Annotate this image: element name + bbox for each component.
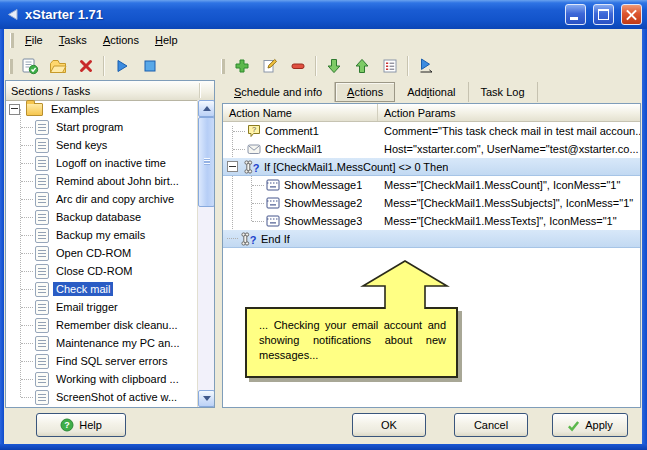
tree-item[interactable]: Find SQL server errors (6, 352, 197, 370)
table-header: Action Name Action Params (223, 104, 640, 122)
tree-item-check-mail-selected[interactable]: Check mail (6, 280, 197, 298)
table-row-showmessage1[interactable]: ShowMessage1 Mess="[CheckMail1.MessCount… (223, 176, 640, 194)
tree-item[interactable]: ScreenShot of active w... (6, 388, 197, 406)
new-task-button[interactable] (16, 53, 44, 79)
table-row-showmessage2[interactable]: ShowMessage2 Mess="[CheckMail1.MessSubje… (223, 194, 640, 212)
tree-item[interactable]: Remember disk cleanu... (6, 316, 197, 334)
tree-header-label: Sections / Tasks (11, 85, 90, 97)
tree-item[interactable]: Send keys (6, 136, 197, 154)
scroll-down-icon[interactable] (198, 390, 214, 407)
window-title: xStarter 1.71 (25, 7, 558, 22)
message-window-icon (266, 196, 280, 210)
menu-tasks[interactable]: Tasks (51, 31, 95, 49)
menu-file[interactable]: File (17, 31, 51, 49)
title-bar: xStarter 1.71 (0, 0, 647, 29)
arrow-up-icon (354, 58, 370, 74)
scrollbar-thumb[interactable] (198, 117, 214, 207)
task-icon (35, 318, 49, 333)
tree-item[interactable]: Close CD-ROM (6, 262, 197, 280)
tree-item[interactable]: Backup my emails (6, 226, 197, 244)
toolbar-gripper (9, 59, 13, 74)
tree-header: Sections / Tasks (6, 81, 214, 101)
play-arrow-icon (417, 58, 435, 74)
tree-item[interactable]: Logoff on inactive time (6, 154, 197, 172)
task-icon (35, 174, 49, 189)
collapse-icon[interactable] (9, 104, 20, 115)
tree-item[interactable]: Open CD-ROM (6, 244, 197, 262)
minimize-button[interactable] (565, 4, 586, 25)
window-border (642, 29, 647, 450)
add-action-button[interactable] (228, 53, 256, 79)
collapse-icon[interactable] (227, 161, 238, 172)
play-icon (114, 58, 130, 74)
ok-button[interactable]: OK (352, 413, 426, 437)
table-row-if-condition[interactable]: ? If [CheckMail1.MessCount] <> 0 Then (223, 158, 640, 176)
run-task-button[interactable] (108, 53, 136, 79)
column-action-params[interactable]: Action Params (378, 104, 640, 121)
maximize-button[interactable] (593, 4, 614, 25)
actions-list-button[interactable] (376, 53, 404, 79)
task-icon (35, 354, 49, 369)
help-button[interactable]: ? Help (36, 413, 126, 437)
callout-note: ... Checking your email account and show… (245, 307, 458, 378)
move-up-button[interactable] (348, 53, 376, 79)
task-icon (35, 120, 49, 135)
arrow-down-icon (326, 58, 342, 74)
menu-gripper (10, 33, 14, 48)
tree-item[interactable]: Working with clipboard ... (6, 370, 197, 388)
scroll-up-icon[interactable] (198, 100, 214, 117)
table-row-checkmail1[interactable]: CheckMail1 Host="xstarter.com", UserName… (223, 140, 640, 158)
table-row-comment1[interactable]: ? Comment1 Comment="This task check mail… (223, 122, 640, 140)
task-icon (35, 390, 49, 405)
column-action-name[interactable]: Action Name (223, 104, 378, 121)
delete-action-button[interactable] (284, 53, 312, 79)
svg-text:?: ? (253, 161, 260, 173)
task-tree: Examples Start program Send keys Logoff … (6, 100, 197, 407)
tab-additional[interactable]: Additional (395, 82, 468, 102)
table-row-end-if[interactable]: ? End If (223, 230, 640, 248)
task-icon (35, 210, 49, 225)
menu-help[interactable]: Help (147, 31, 186, 49)
task-icon (35, 228, 49, 243)
tab-task-log[interactable]: Task Log (469, 82, 538, 102)
edit-action-button[interactable] (256, 53, 284, 79)
run-actions-button[interactable] (412, 53, 440, 79)
document-check-icon (21, 58, 39, 75)
tree-item[interactable]: Backup database (6, 208, 197, 226)
tree-item[interactable]: Email trigger (6, 298, 197, 316)
stop-task-button[interactable] (136, 53, 164, 79)
stop-icon (142, 58, 158, 74)
window-border (0, 444, 647, 450)
tab-actions[interactable]: Actions (335, 82, 395, 102)
apply-button[interactable]: Apply (552, 413, 628, 437)
folder-icon (49, 59, 67, 74)
delete-task-button[interactable] (72, 53, 100, 79)
tree-item[interactable]: Arc dir and copy archive (6, 190, 197, 208)
tree-item-examples[interactable]: Examples (6, 100, 197, 118)
task-icon (35, 246, 49, 261)
message-window-icon (266, 178, 280, 192)
cancel-button[interactable]: Cancel (454, 413, 528, 437)
if-icon: ? (240, 232, 257, 246)
menu-bar: File Tasks Actions Help (4, 29, 642, 51)
tree-scrollbar[interactable] (197, 100, 214, 407)
svg-text:?: ? (252, 125, 256, 134)
message-window-icon (266, 214, 280, 228)
callout-arrow-icon (355, 260, 455, 311)
tree-item[interactable]: Maintenance my PC an... (6, 334, 197, 352)
tree-item[interactable]: Start program (6, 118, 197, 136)
tree-item[interactable]: Remind about John birt... (6, 172, 197, 190)
new-section-button[interactable] (44, 53, 72, 79)
table-row-showmessage3[interactable]: ShowMessage3 Mess="[CheckMail1.MessTexts… (223, 212, 640, 230)
svg-text:?: ? (64, 420, 70, 430)
task-icon (35, 192, 49, 207)
close-button[interactable] (621, 4, 642, 25)
move-down-button[interactable] (320, 53, 348, 79)
tab-schedule-and-info[interactable]: Schedule and info (222, 82, 335, 102)
plus-icon (234, 58, 250, 74)
if-icon: ? (243, 160, 260, 174)
menu-actions[interactable]: Actions (95, 31, 147, 49)
xstarter-window: xStarter 1.71 File Tasks Actions Help (0, 0, 647, 450)
task-icon (35, 372, 49, 387)
callout-text: ... Checking your email account and show… (247, 309, 456, 363)
